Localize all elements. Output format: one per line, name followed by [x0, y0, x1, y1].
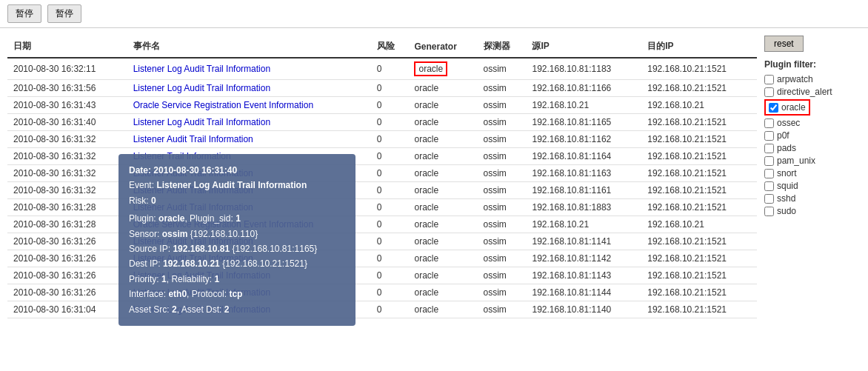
cell-dst-ip: 192.168.10.21:1521 [641, 267, 757, 284]
event-link[interactable]: Listener Log Audit Trail Information [133, 304, 270, 315]
event-link[interactable]: Listener Log Audit Trail Information [133, 287, 270, 298]
cell-dst-ip: 192.168.10.21 [641, 97, 757, 114]
event-link[interactable]: Listener Audit Trail Information [133, 202, 253, 213]
filter-label-squid[interactable]: squid [777, 181, 798, 191]
cell-detector: ossim [478, 250, 527, 267]
event-link[interactable]: Oracle Service Registration Event Inform… [133, 100, 313, 110]
event-link[interactable]: Listener Trail Information [133, 151, 231, 161]
cell-risk: 0 [371, 216, 409, 233]
event-link[interactable]: Listener Audit Trail Information [133, 236, 253, 247]
table-row: 2010-08-30 16:31:28Listener Audit Trail … [7, 199, 757, 216]
cell-dst-ip: 192.168.10.21:1521 [641, 80, 757, 97]
cell-date: 2010-08-30 16:31:43 [7, 97, 127, 114]
filter-checkbox-oracle[interactable] [769, 103, 778, 113]
cell-detector: ossim [478, 199, 527, 216]
events-table-container: 日期 事件名 风险 Generator 探测器 源IP 目的IP 2010-08… [7, 36, 757, 318]
cell-risk: 0 [371, 114, 409, 131]
filter-checkbox-pads[interactable] [764, 144, 774, 153]
cell-dst-ip: 192.168.10.21:1521 [641, 301, 757, 318]
cell-date: 2010-08-30 16:32:11 [7, 58, 127, 80]
cell-generator: oracle [408, 233, 477, 250]
cell-risk: 0 [371, 148, 409, 165]
cell-detector: ossim [478, 216, 527, 233]
filter-checkbox-ossec[interactable] [764, 118, 774, 128]
col-src-ip: 源IP [526, 36, 641, 58]
event-link[interactable]: Listener Log Audit Trail Information [133, 270, 270, 281]
filter-checkbox-sshd[interactable] [764, 194, 774, 204]
table-row: 2010-08-30 16:31:26Listener Audit Trail … [7, 250, 757, 267]
filter-item: oracle [764, 99, 810, 116]
event-link[interactable]: Listener Audit Trail Information [133, 134, 253, 144]
event-link[interactable]: Listener Audit Trail Information [133, 185, 253, 195]
table-row: 2010-08-30 16:31:43Oracle Service Regist… [7, 97, 757, 114]
top-bar: 暂停 暂停 [0, 0, 868, 28]
event-link[interactable]: Listener Log Audit Trail Information [133, 64, 270, 74]
filter-checkbox-sudo[interactable] [764, 207, 774, 216]
filter-label-directive_alert[interactable]: directive_alert [777, 87, 832, 97]
cell-detector: ossim [478, 233, 527, 250]
filter-checkbox-p0f[interactable] [764, 131, 774, 141]
cell-risk: 0 [371, 58, 409, 80]
table-row: 2010-08-30 16:31:28Oracle Service Regist… [7, 216, 757, 233]
filter-label-oracle[interactable]: oracle [781, 102, 806, 113]
cell-src-ip: 192.168.10.21 [526, 216, 641, 233]
filter-label-snort[interactable]: snort [777, 168, 797, 178]
event-link[interactable]: Oracle Service Registration Event Inform… [133, 219, 313, 230]
filter-checkbox-arpwatch[interactable] [764, 75, 774, 84]
filter-label-arpwatch[interactable]: arpwatch [777, 74, 813, 84]
cell-generator: oracle [408, 284, 477, 301]
filter-label-sudo[interactable]: sudo [777, 206, 796, 216]
filter-label-ossec[interactable]: ossec [777, 118, 800, 128]
filter-item: ossec [764, 118, 861, 128]
cell-risk: 0 [371, 267, 409, 284]
filter-checkbox-pam_unix[interactable] [764, 156, 774, 166]
generator-highlight: oracle [414, 61, 447, 76]
cell-src-ip: 192.168.10.81:1144 [526, 284, 641, 301]
cell-generator: oracle [408, 80, 477, 97]
cell-src-ip: 192.168.10.81:1883 [526, 199, 641, 216]
cell-event: Oracle Service Registration Event Inform… [127, 97, 371, 114]
cell-src-ip: 192.168.10.81:1161 [526, 182, 641, 199]
filter-checkbox-snort[interactable] [764, 169, 774, 178]
filter-label-pam_unix[interactable]: pam_unix [777, 156, 815, 166]
cell-date: 2010-08-30 16:31:26 [7, 267, 127, 284]
cell-date: 2010-08-30 16:31:32 [7, 165, 127, 182]
cell-generator: oracle [408, 114, 477, 131]
filter-item: directive_alert [764, 87, 861, 97]
cell-event: Listener Log Audit Trail Information [127, 114, 371, 131]
cell-dst-ip: 192.168.10.21:1521 [641, 182, 757, 199]
filter-label-p0f[interactable]: p0f [777, 130, 789, 141]
pause-button-1[interactable]: 暂停 [7, 4, 41, 23]
cell-dst-ip: 192.168.10.21 [641, 216, 757, 233]
cell-detector: ossim [478, 58, 527, 80]
event-link[interactable]: Listener Audit Trail Information [133, 168, 253, 178]
cell-generator: oracle [408, 301, 477, 318]
cell-generator: oracle [408, 199, 477, 216]
filter-label-pads[interactable]: pads [777, 143, 796, 153]
cell-src-ip: 192.168.10.81:1164 [526, 148, 641, 165]
cell-dst-ip: 192.168.10.21:1521 [641, 199, 757, 216]
cell-detector: ossim [478, 165, 527, 182]
table-row: 2010-08-30 16:31:04Listener Log Audit Tr… [7, 301, 757, 318]
event-link[interactable]: Listener Log Audit Trail Information [133, 117, 270, 127]
cell-generator: oracle [408, 58, 477, 80]
filter-checkbox-squid[interactable] [764, 181, 774, 191]
cell-generator: oracle [408, 148, 477, 165]
cell-detector: ossim [478, 284, 527, 301]
col-dst-ip: 目的IP [641, 36, 757, 58]
event-link[interactable]: Listener Audit Trail Information [133, 253, 253, 264]
cell-src-ip: 192.168.10.81:1162 [526, 131, 641, 148]
reset-button[interactable]: reset [764, 36, 804, 52]
cell-risk: 0 [371, 250, 409, 267]
pause-button-2[interactable]: 暂停 [47, 4, 81, 23]
filter-checkbox-directive_alert[interactable] [764, 87, 774, 97]
cell-detector: ossim [478, 267, 527, 284]
filter-item: pads [764, 143, 861, 153]
cell-detector: ossim [478, 131, 527, 148]
filter-label-sshd[interactable]: sshd [777, 193, 795, 204]
cell-date: 2010-08-30 16:31:04 [7, 301, 127, 318]
cell-risk: 0 [371, 97, 409, 114]
event-link[interactable]: Listener Log Audit Trail Information [133, 83, 270, 93]
table-row: 2010-08-30 16:31:40Listener Log Audit Tr… [7, 114, 757, 131]
table-row: 2010-08-30 16:31:32Listener Audit Trail … [7, 131, 757, 148]
